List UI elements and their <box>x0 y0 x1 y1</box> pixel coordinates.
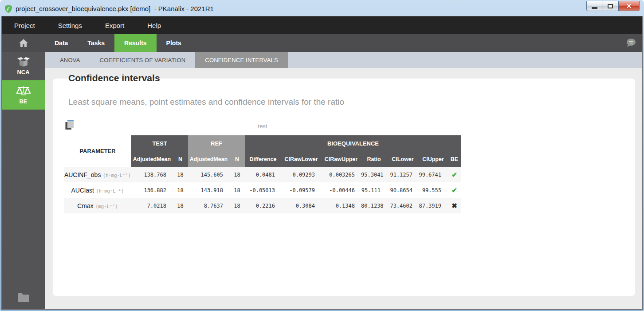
table-row: AUClast (h·mg·L⁻¹) 136.882 18 143.918 18… <box>64 182 461 198</box>
subtab-confidence-intervals[interactable]: CONFIDENCE INTERVALS <box>195 52 288 68</box>
tab-tasks[interactable]: Tasks <box>78 34 114 52</box>
cell-test-adjustedmean: 138.768 <box>131 167 173 182</box>
app-body: NCA BE <box>2 52 642 309</box>
cell-cirawupper: -0.00446 <box>321 182 361 198</box>
menu-project[interactable]: Project <box>14 22 35 29</box>
sidebar-item-nca[interactable]: NCA <box>2 52 45 80</box>
cell-ratio: 95.111 <box>361 182 387 198</box>
results-card: Confidence intervals Least square means,… <box>53 79 635 296</box>
cell-ciupper: 87.3919 <box>419 198 448 213</box>
cell-cirawlower: -0.3084 <box>281 198 321 213</box>
cell-cirawupper: -0.003265 <box>321 167 361 182</box>
parameter-unit: (mg·L⁻¹) <box>95 204 118 209</box>
app-frame: Project Settings Export Help Data Tasks … <box>1 16 643 310</box>
home-icon <box>19 39 28 47</box>
results-page: Confidence intervals Least square means,… <box>45 68 642 309</box>
cell-ratio: 80.1238 <box>361 198 387 213</box>
window-controls: ✕ <box>586 1 640 11</box>
cell-cirawlower: -0.09293 <box>281 167 321 182</box>
cell-ciupper: 99.6741 <box>419 167 448 182</box>
folder-icon <box>17 292 30 303</box>
be-status-icon: ✔ <box>448 167 461 182</box>
column-header-test-n: N <box>173 151 188 167</box>
confidence-intervals-table-wrap: PARAMETER TEST REF BIOEQUIVALENCE Adjust… <box>64 135 461 213</box>
subtab-coefficients-of-variation[interactable]: COEFFICIENTS OF VARIATION <box>90 52 196 68</box>
column-header-cilower: CILower <box>387 151 419 167</box>
table-row: Cmax (mg·L⁻¹) 7.0218 18 8.7637 18 -0.221… <box>64 198 461 213</box>
column-header-test-adjustedmean: AdjustedMean <box>131 151 173 167</box>
sidebar-item-label: NCA <box>17 69 29 75</box>
page-subtitle: Least square means, point estimates and … <box>68 97 344 107</box>
sidebar-item-label: BE <box>19 98 27 105</box>
column-group-ref: REF <box>188 135 245 151</box>
tab-results[interactable]: Results <box>114 34 157 52</box>
close-button[interactable]: ✕ <box>618 1 640 11</box>
cell-ref-adjustedmean: 8.7637 <box>188 198 229 213</box>
page-title: Confidence intervals <box>68 73 160 83</box>
maximize-icon <box>608 4 613 8</box>
menu-export[interactable]: Export <box>105 22 124 29</box>
project-folder-button[interactable] <box>2 292 45 303</box>
app-window: project_crossover_bioequivalence.pkx [de… <box>0 0 644 311</box>
cell-test-n: 18 <box>173 167 188 182</box>
table-group-header-row: PARAMETER TEST REF BIOEQUIVALENCE <box>64 135 461 151</box>
sidebar-item-be[interactable]: BE <box>2 80 45 110</box>
be-status-icon: ✖ <box>448 198 461 213</box>
parameter-unit: (h·mg·L⁻¹) <box>96 188 124 193</box>
column-group-bioequivalence: BIOEQUIVALENCE <box>245 135 461 151</box>
menu-help[interactable]: Help <box>147 22 161 29</box>
cell-difference: -0.2216 <box>245 198 281 213</box>
window-title: project_crossover_bioequivalence.pkx [de… <box>16 5 214 12</box>
minimize-icon <box>592 7 597 9</box>
confidence-intervals-table: PARAMETER TEST REF BIOEQUIVALENCE Adjust… <box>64 135 461 213</box>
column-header-cirawlower: CIRawLower <box>281 151 321 167</box>
column-header-ref-n: N <box>229 151 245 167</box>
cell-cirawlower: -0.09579 <box>281 182 321 198</box>
cell-ciupper: 99.555 <box>419 182 448 198</box>
table-caption: test <box>64 123 461 130</box>
cell-test-n: 18 <box>173 198 188 213</box>
cell-cilower: 91.1257 <box>387 167 419 182</box>
cell-test-adjustedmean: 136.882 <box>131 182 173 198</box>
minimize-button[interactable] <box>586 1 602 11</box>
menu-settings[interactable]: Settings <box>58 22 82 29</box>
cell-ref-adjustedmean: 143.918 <box>188 182 229 198</box>
column-header-be: BE <box>448 151 461 167</box>
column-header-cirawupper: CIRawUpper <box>321 151 361 167</box>
column-header-difference: Difference <box>245 151 281 167</box>
cell-ref-n: 18 <box>229 198 245 213</box>
cell-cilower: 73.4602 <box>387 198 419 213</box>
balance-scale-icon <box>16 86 31 96</box>
app-icon <box>4 5 12 13</box>
results-subtabs: ANOVA COEFFICIENTS OF VARIATION CONFIDEN… <box>45 52 642 68</box>
cell-test-n: 18 <box>173 182 188 198</box>
table-row: AUCINF_obs (h·mg·L⁻¹) 138.768 18 145.605… <box>64 167 461 182</box>
cell-cirawupper: -0.1348 <box>321 198 361 213</box>
home-button[interactable] <box>2 34 45 52</box>
column-header-ciupper: CIUpper <box>419 151 448 167</box>
column-group-test: TEST <box>131 135 188 151</box>
parameter-name: AUCINF_obs <box>64 171 101 178</box>
column-header-parameter: PARAMETER <box>64 135 131 167</box>
menu-bar: Project Settings Export Help <box>2 16 642 34</box>
tab-plots[interactable]: Plots <box>157 34 191 52</box>
column-header-ratio: Ratio <box>361 151 387 167</box>
title-bar[interactable]: project_crossover_bioequivalence.pkx [de… <box>1 1 643 16</box>
parameter-unit: (h·mg·L⁻¹) <box>103 173 131 178</box>
cell-difference: -0.0481 <box>245 167 281 182</box>
close-icon: ✕ <box>626 3 632 9</box>
cell-ref-n: 18 <box>229 182 245 198</box>
feedback-button[interactable] <box>625 34 636 52</box>
maximize-button[interactable] <box>602 1 618 11</box>
parameter-name: AUClast <box>71 187 94 194</box>
parameter-name: Cmax <box>77 202 94 209</box>
speech-bubble-icon <box>625 38 636 48</box>
task-sidebar: NCA BE <box>2 52 45 309</box>
tab-data[interactable]: Data <box>45 34 78 52</box>
be-status-icon: ✔ <box>448 182 461 198</box>
open-box-icon <box>17 57 30 67</box>
cell-ref-adjustedmean: 145.605 <box>188 167 229 182</box>
main-tab-bar: Data Tasks Results Plots <box>2 34 642 52</box>
cell-ref-n: 18 <box>229 167 245 182</box>
subtab-anova[interactable]: ANOVA <box>50 52 90 68</box>
